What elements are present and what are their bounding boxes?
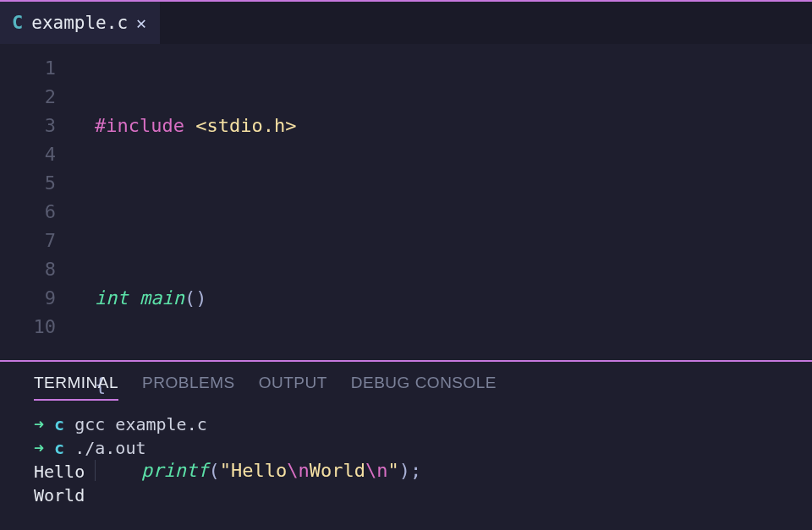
- tab-output[interactable]: OUTPUT: [259, 374, 327, 401]
- line-number-gutter: 1 2 3 4 5 6 7 8 9 10: [0, 54, 74, 360]
- tab-debug-console[interactable]: DEBUG CONSOLE: [351, 374, 497, 401]
- line-number: 8: [0, 255, 56, 284]
- tab-bar: C example.c ✕: [0, 0, 812, 44]
- code-line: printf("Hello\nWorld\n");: [95, 456, 812, 485]
- c-language-icon: C: [12, 14, 23, 32]
- tab-problems[interactable]: PROBLEMS: [142, 374, 235, 401]
- code-line: #include <stdio.h>: [95, 112, 812, 140]
- prompt-arrow-icon: ➜: [34, 438, 44, 458]
- line-number: 10: [0, 313, 56, 341]
- close-icon[interactable]: ✕: [136, 14, 146, 31]
- line-number: 4: [0, 140, 56, 169]
- code-editor[interactable]: 1 2 3 4 5 6 7 8 9 10 #include <stdio.h> …: [0, 44, 812, 360]
- line-number: 3: [0, 112, 56, 140]
- editor-tab[interactable]: C example.c ✕: [0, 2, 160, 44]
- code-line: [95, 198, 812, 227]
- code-line: int main(): [95, 284, 812, 313]
- tab-filename: example.c: [31, 13, 128, 33]
- code-area[interactable]: #include <stdio.h> int main() { printf("…: [74, 54, 812, 360]
- line-number: 6: [0, 198, 56, 227]
- line-number: 9: [0, 284, 56, 313]
- terminal-command: ./a.out: [74, 438, 145, 458]
- line-number: 2: [0, 83, 56, 112]
- prompt-cwd: c: [54, 414, 64, 434]
- terminal-command: gcc example.c: [74, 414, 207, 434]
- prompt-arrow-icon: ➜: [34, 414, 44, 434]
- line-number: 7: [0, 227, 56, 255]
- line-number: 5: [0, 169, 56, 198]
- tab-terminal[interactable]: TERMINAL: [34, 374, 118, 401]
- prompt-cwd: c: [54, 438, 64, 458]
- line-number: 1: [0, 54, 56, 83]
